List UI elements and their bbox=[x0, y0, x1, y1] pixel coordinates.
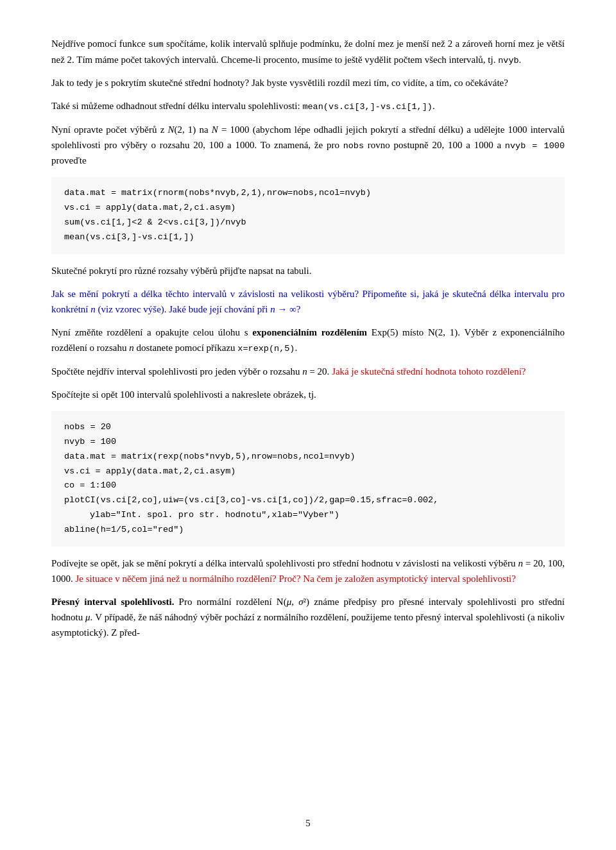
code2-line-1: nobs = 20 bbox=[64, 420, 552, 435]
code2-line-4: vs.ci = apply(data.mat,2,ci.asym) bbox=[64, 464, 552, 479]
paragraph-5: Skutečné pokrytí pro různé rozsahy výběr… bbox=[51, 263, 565, 278]
code2-line-5: co = 1:100 bbox=[64, 479, 552, 493]
inline-code-rexp: x=rexp(n,5) bbox=[237, 344, 295, 353]
code2-line-7: ylab="Int. spol. pro str. hodnotu",xlab=… bbox=[90, 508, 552, 523]
code-block-2: nobs = 20 nvyb = 100 data.mat = matrix(r… bbox=[51, 411, 565, 547]
paragraph-10: Podívejte se opět, jak se mění pokrytí a… bbox=[51, 556, 565, 586]
code2-line-8: abline(h=1/5,col="red") bbox=[64, 523, 552, 538]
code-line-3: sum(vs.ci[1,]<2 & 2<vs.ci[3,])/nvyb bbox=[64, 216, 552, 230]
red-text-situace: Je situace v něčem jiná než u normálního… bbox=[76, 574, 516, 584]
bold-presny: Přesný interval spolehlivosti. bbox=[51, 597, 174, 607]
inline-code-nvyb1: nvyb bbox=[498, 56, 518, 65]
paragraph-7: Nyní změňte rozdělení a opakujte celou ú… bbox=[51, 325, 565, 356]
inline-code-nobs1: nobs bbox=[343, 141, 364, 151]
code-block-1: data.mat = matrix(rnorm(nobs*nvyb,2,1),n… bbox=[51, 177, 565, 254]
paragraph-2: Jak to tedy je s pokrytím skutečné střed… bbox=[51, 75, 565, 90]
bold-exponencial: exponenciálním rozdělením bbox=[252, 327, 367, 337]
code2-line-6: plotCI(vs.ci[2,co],uiw=(vs.ci[3,co]-vs.c… bbox=[64, 493, 552, 508]
code-line-1: data.mat = matrix(rnorm(nobs*nvyb,2,1),n… bbox=[64, 186, 552, 201]
inline-code-mean: mean(vs.ci[3,]-vs.ci[1,]) bbox=[302, 102, 432, 112]
math-n21: N bbox=[167, 124, 174, 135]
paragraph-1: Nejdříve pomocí funkce sum spočítáme, ko… bbox=[51, 36, 565, 67]
code-line-2: vs.ci = apply(data.mat,2,ci.asym) bbox=[64, 201, 552, 216]
code-line-4: mean(vs.ci[3,]-vs.ci[1,]) bbox=[64, 230, 552, 245]
paragraph-4: Nyní opravte počet výběrů z N(2, 1) na N… bbox=[51, 122, 565, 169]
math-n1000: N bbox=[212, 124, 218, 135]
red-text-stredni: Jaká je skutečná střední hodnota tohoto … bbox=[332, 366, 526, 377]
code2-line-3: data.mat = matrix(rexp(nobs*nvyb,5),nrow… bbox=[64, 450, 552, 464]
inline-code-nvyb2: nvyb = 1000 bbox=[505, 141, 565, 151]
page-number: 5 bbox=[305, 815, 311, 831]
paragraph-8: Spočtěte nejdřív interval spolehlivosti … bbox=[51, 364, 565, 379]
code2-line-2: nvyb = 100 bbox=[64, 435, 552, 450]
paragraph-3: Také si můžeme odhadnout střední délku i… bbox=[51, 98, 565, 114]
paragraph-6-blue: Jak se mění pokrytí a délka těchto inter… bbox=[51, 286, 565, 317]
paragraph-9: Spočítejte si opět 100 intervalů spolehl… bbox=[51, 387, 565, 402]
paragraph-11: Přesný interval spolehlivosti. Pro normá… bbox=[51, 594, 565, 640]
inline-code-sum: sum bbox=[148, 40, 164, 49]
